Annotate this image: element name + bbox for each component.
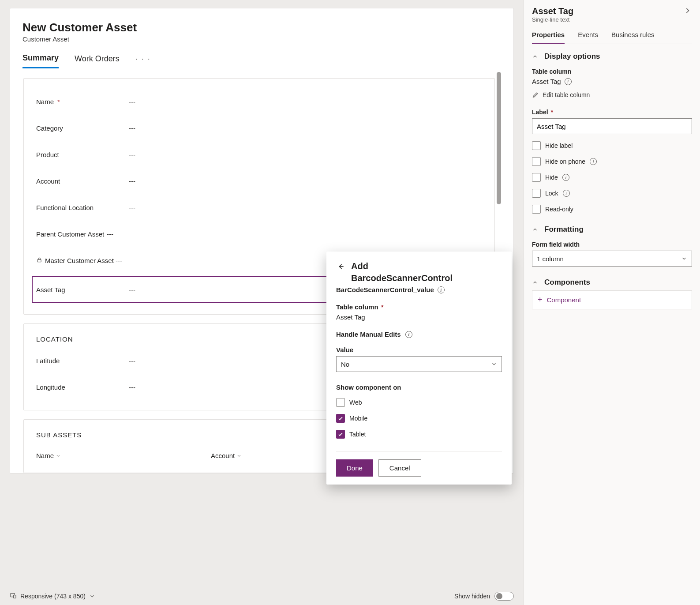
show-component-on-label: Show component on [336, 383, 502, 391]
bottom-bar: Responsive (743 x 850) Show hidden [10, 587, 514, 605]
property-subtitle: Single-line text [532, 16, 573, 23]
checkbox[interactable] [532, 141, 541, 150]
checkbox-hide-on-phone[interactable]: Hide on phone i [532, 157, 692, 166]
checkbox-hide-label[interactable]: Hide label [532, 141, 692, 150]
target-web[interactable]: Web [336, 398, 502, 407]
form-tabs: Summary Work Orders · · · [22, 53, 501, 68]
field-value: --- [129, 124, 135, 132]
popup-value-select[interactable]: No [336, 356, 502, 372]
column-name[interactable]: Name [36, 452, 61, 459]
info-icon[interactable]: i [563, 190, 570, 197]
tab-properties[interactable]: Properties [532, 31, 565, 44]
tab-summary[interactable]: Summary [22, 53, 59, 68]
responsive-mode-label[interactable]: Responsive (743 x 850) [20, 593, 86, 600]
tab-events[interactable]: Events [578, 31, 598, 44]
field-value: --- [129, 383, 135, 391]
chevron-down-icon [491, 361, 497, 367]
field-value: --- [107, 230, 113, 238]
field-label: Name [36, 98, 54, 105]
table-column-value: Asset Tag i [532, 78, 692, 85]
chevron-up-icon [532, 279, 538, 286]
property-title: Asset Tag [532, 6, 573, 16]
show-hidden-label: Show hidden [454, 593, 490, 600]
field-label: Category [36, 124, 63, 132]
chevron-up-icon [532, 226, 538, 233]
target-tablet[interactable]: Tablet [336, 430, 502, 439]
info-icon[interactable]: i [562, 174, 569, 181]
checkbox[interactable] [336, 430, 345, 439]
required-star: * [550, 108, 553, 116]
field-label: Master Customer Asset [45, 257, 114, 264]
form-field-width-label: Form field width [532, 241, 692, 248]
section-formatting[interactable]: Formatting [532, 225, 692, 234]
svg-rect-2 [14, 595, 16, 598]
popup-table-column-value: Asset Tag [336, 313, 502, 321]
field-name[interactable]: Name * --- [33, 88, 486, 115]
back-arrow-icon[interactable] [336, 260, 345, 272]
chevron-down-icon [681, 256, 687, 262]
checkbox[interactable] [532, 173, 541, 182]
field-account[interactable]: Account --- [33, 168, 486, 194]
field-label: Account [36, 177, 60, 185]
scrollbar-thumb[interactable] [497, 72, 501, 204]
target-mobile[interactable]: Mobile [336, 414, 502, 423]
panel-collapse-chevron-icon[interactable] [683, 6, 692, 16]
responsive-mode-icon[interactable] [10, 592, 17, 601]
chevron-down-icon [236, 453, 242, 458]
chevron-down-icon[interactable] [89, 593, 95, 599]
section-components[interactable]: Components [532, 278, 692, 287]
pencil-icon [532, 91, 539, 98]
field-value: --- [129, 98, 135, 105]
add-component-popup: Add BarcodeScannerControl BarCodeScanner… [326, 252, 512, 485]
field-functional-location[interactable]: Functional Location --- [33, 194, 486, 221]
info-icon[interactable]: i [590, 158, 597, 165]
checkbox[interactable] [532, 157, 541, 166]
field-category[interactable]: Category --- [33, 115, 486, 141]
field-value: --- [129, 177, 135, 185]
field-value: --- [129, 357, 135, 365]
popup-title: Add BarcodeScannerControl [351, 260, 453, 284]
column-account[interactable]: Account [211, 452, 242, 459]
field-label: Parent Customer Asset [36, 230, 104, 238]
edit-table-column-link[interactable]: Edit table column [532, 91, 692, 98]
tab-business-rules[interactable]: Business rules [611, 31, 655, 44]
checkbox[interactable] [336, 414, 345, 423]
field-value: --- [129, 286, 135, 293]
tab-work-orders[interactable]: Work Orders [75, 54, 120, 68]
checkbox[interactable] [532, 189, 541, 198]
table-column-label: Table column [532, 68, 692, 75]
field-parent-asset[interactable]: Parent Customer Asset --- [33, 221, 486, 247]
tab-overflow[interactable]: · · · [135, 54, 151, 68]
form-field-width-select[interactable]: 1 column [532, 251, 692, 267]
checkbox[interactable] [336, 398, 345, 407]
checkbox-read-only[interactable]: Read-only [532, 205, 692, 214]
properties-panel: Asset Tag Single-line text Properties Ev… [524, 0, 700, 605]
add-component-button[interactable]: + Component [532, 290, 692, 309]
popup-value-label: Value [336, 346, 502, 353]
info-icon[interactable]: i [438, 286, 445, 293]
field-label: Latitude [36, 357, 60, 365]
cancel-button[interactable]: Cancel [378, 459, 421, 477]
label-input[interactable] [532, 118, 692, 134]
checkbox-lock[interactable]: Lock i [532, 189, 692, 198]
popup-table-column-label: Table column [336, 303, 378, 311]
field-product[interactable]: Product --- [33, 141, 486, 168]
required-star: * [381, 303, 384, 311]
property-tabs: Properties Events Business rules [532, 31, 692, 44]
chevron-up-icon [532, 53, 538, 60]
popup-subtitle: BarCodeScannerControl_value i [336, 286, 502, 293]
info-icon[interactable]: i [405, 331, 412, 338]
plus-icon: + [538, 295, 543, 304]
done-button[interactable]: Done [336, 459, 373, 477]
section-display-options[interactable]: Display options [532, 52, 692, 61]
record-entity: Customer Asset [22, 35, 501, 43]
info-icon[interactable]: i [565, 78, 572, 85]
lock-icon [36, 257, 42, 264]
checkbox-hide[interactable]: Hide i [532, 173, 692, 182]
popup-manual-edits-label: Handle Manual Edits [336, 331, 401, 338]
field-label: Functional Location [36, 204, 94, 211]
check-icon [337, 415, 344, 421]
show-hidden-toggle[interactable] [494, 592, 514, 601]
svg-rect-0 [37, 259, 41, 262]
checkbox[interactable] [532, 205, 541, 214]
